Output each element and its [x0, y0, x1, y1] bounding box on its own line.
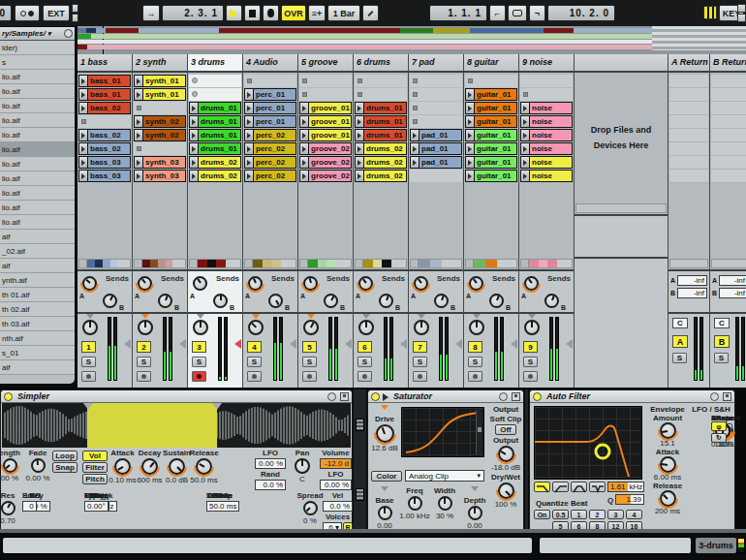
return-slot[interactable] [669, 75, 708, 88]
clip-slot[interactable] [189, 88, 241, 101]
device-divider[interactable] [354, 389, 366, 529]
clip-play-button[interactable] [245, 171, 254, 181]
volume-lfo-value[interactable]: 0.00 % [320, 480, 352, 490]
clip-stop-button[interactable] [357, 92, 362, 97]
clip[interactable]: synth_02 [134, 129, 186, 141]
clip-slot[interactable]: drums_01 [189, 102, 241, 114]
return-slot[interactable] [711, 142, 746, 156]
clip-slot[interactable]: bass_02 [78, 102, 131, 114]
arm-button[interactable] [192, 371, 206, 382]
strip-stop-button[interactable] [300, 260, 308, 267]
track-header[interactable]: 9 noise [519, 54, 574, 73]
quantization-menu[interactable]: 1 Bar [327, 5, 360, 21]
clip-play-button[interactable] [190, 157, 199, 168]
clip-stop-button[interactable] [302, 92, 307, 97]
loop-region[interactable] [87, 403, 217, 448]
clip[interactable]: drums_02 [189, 170, 241, 182]
track-header[interactable]: 8 guitar [464, 54, 518, 73]
clip-slot[interactable] [299, 75, 352, 87]
auto-filter-title-bar[interactable]: Auto Filter [530, 390, 734, 403]
clip[interactable]: drums_02 [189, 156, 241, 169]
empty-armed-slot[interactable] [192, 91, 198, 97]
env-amount-knob[interactable] [660, 422, 676, 439]
clip-play-button[interactable] [135, 76, 143, 86]
clip-play-button[interactable] [190, 116, 199, 127]
clip-play-button[interactable] [466, 157, 475, 168]
send-a-knob[interactable] [469, 276, 483, 291]
clip[interactable]: noise [520, 142, 573, 155]
clip[interactable]: guitar_01 [465, 102, 517, 114]
return-activator-button[interactable]: A [672, 335, 688, 348]
return-track-header[interactable]: B Return [710, 54, 746, 73]
snap-button[interactable]: Snap [52, 462, 78, 473]
width-knob[interactable] [438, 496, 452, 511]
strip-stop-button[interactable] [466, 260, 474, 267]
adsr-release-knob[interactable] [196, 458, 212, 475]
clip[interactable]: drums_02 [355, 142, 407, 155]
browser-item[interactable]: lder) [0, 41, 75, 55]
clip-play-button[interactable] [245, 116, 254, 127]
freq-knob[interactable] [408, 496, 422, 511]
clip-stop-button[interactable] [137, 146, 141, 151]
clip[interactable]: bass_02 [78, 102, 131, 114]
volume-handle[interactable] [561, 339, 573, 349]
clip[interactable]: noise [520, 102, 573, 114]
clip-slot[interactable]: guitar_01 [465, 170, 517, 182]
send-value[interactable]: -inf [719, 288, 746, 298]
return-slot[interactable] [669, 102, 708, 115]
clip[interactable]: bass_03 [78, 156, 131, 169]
strip-stop-button[interactable] [521, 260, 529, 267]
clip-slot[interactable]: guitar_01 [465, 142, 517, 155]
env-release-knob[interactable] [660, 490, 676, 507]
return-slot[interactable] [711, 75, 746, 88]
pan-knob[interactable] [414, 320, 429, 335]
ext-sync-button[interactable]: EXT [43, 5, 70, 21]
clip-slot[interactable]: synth_02 [134, 115, 186, 128]
loop-button[interactable]: Loop [52, 451, 78, 461]
return-slot[interactable] [711, 156, 746, 170]
solo-button[interactable]: S [137, 357, 151, 367]
solo-button[interactable]: S [672, 353, 687, 363]
clip-play-button[interactable] [79, 143, 88, 154]
arm-button[interactable] [81, 371, 96, 382]
clip-stop-button[interactable] [413, 119, 418, 124]
clip-slot[interactable]: perc_02 [244, 129, 296, 141]
clip-slot[interactable]: groove_02 [299, 156, 352, 169]
clip-play-button[interactable] [356, 116, 364, 127]
clip-slot[interactable]: drums_01 [355, 129, 407, 141]
clip-play-button[interactable] [300, 143, 309, 154]
clip-stop-button[interactable] [413, 78, 418, 83]
volume-handle[interactable] [451, 339, 462, 349]
clip-slot[interactable]: drums_01 [355, 102, 407, 114]
send-value[interactable]: -inf [719, 275, 746, 286]
clip-slot[interactable]: noise [520, 156, 573, 169]
clip-play-button[interactable] [245, 130, 254, 140]
track-activator-button[interactable]: 3 [192, 341, 206, 353]
return-slot[interactable] [711, 115, 746, 129]
clip-play-button[interactable] [190, 171, 199, 181]
return-slot[interactable] [711, 88, 746, 102]
clip[interactable]: guitar_01 [465, 156, 517, 169]
clip-play-button[interactable] [135, 171, 143, 181]
save-preset-icon[interactable] [340, 392, 349, 401]
clip[interactable]: pad_01 [410, 142, 462, 155]
dry-wet-knob[interactable] [498, 482, 514, 499]
clip[interactable]: bass_03 [78, 170, 131, 182]
env-attack-knob[interactable] [660, 456, 676, 473]
filter-type-lowpass[interactable] [534, 482, 550, 492]
browser-item[interactable]: s [0, 55, 75, 70]
clip-play-button[interactable] [190, 143, 199, 154]
clip-slot[interactable] [355, 75, 407, 87]
send-a-knob[interactable] [82, 276, 97, 291]
clip-slot[interactable]: drums_01 [189, 142, 241, 155]
clip-play-button[interactable] [411, 143, 420, 154]
solo-button[interactable]: S [357, 357, 372, 367]
clip-slot[interactable] [410, 75, 462, 87]
return-slot[interactable] [669, 170, 708, 183]
pan-knob[interactable] [295, 458, 310, 474]
track-header[interactable]: 1 bass [78, 54, 132, 73]
clip-slot[interactable]: guitar_01 [465, 102, 517, 114]
solo-button[interactable]: S [468, 357, 482, 367]
clip-slot[interactable] [520, 88, 573, 101]
res-knob[interactable] [1, 501, 16, 515]
